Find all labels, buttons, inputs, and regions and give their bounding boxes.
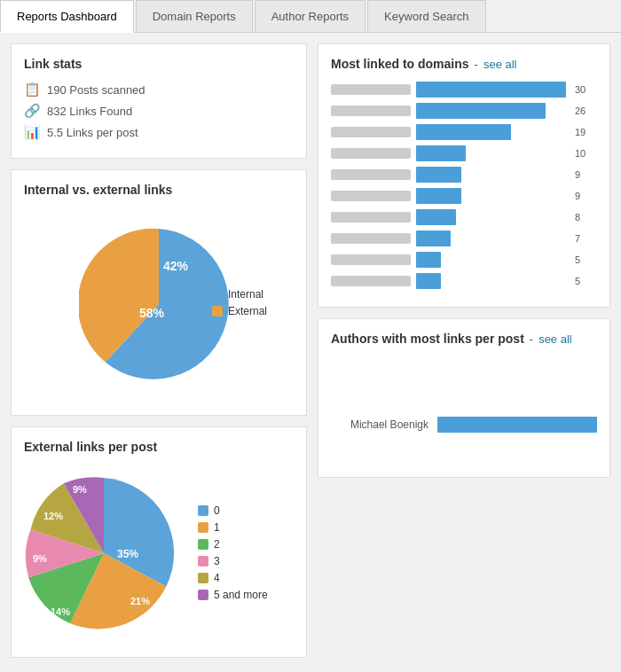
domains-see-all-link[interactable]: see all [483,58,517,71]
svg-text:42%: 42% [163,259,189,273]
links-found-value: 832 Links Found [47,105,132,118]
domain-bar-fill [416,167,461,183]
domain-bar-track [416,188,566,204]
internal-color-dot [212,289,223,300]
domain-bar-track [416,124,566,140]
domain-label-blur [331,276,411,286]
domain-bar-row: 5 [331,252,597,268]
domain-bar-value: 9 [575,169,597,180]
domain-label-blur [331,212,411,223]
color-2 [198,539,208,550]
domain-bar-track [416,209,566,225]
domain-bar-track [416,252,566,268]
posts-scanned-row: 📋 190 Posts scanned [24,82,294,98]
domain-bar-row: 5 [331,273,597,289]
color-5-and-more [198,590,208,600]
internal-external-title: Internal vs. external links [24,183,294,197]
domain-bar-track [416,103,566,119]
legend-0: 0 [198,504,268,517]
author-bar-fill [437,417,597,433]
domain-label-blur [331,191,411,201]
external-per-post-chart: 35% 21% 14% 9% 12% 9% [24,473,184,636]
tab-reports-dashboard[interactable]: Reports Dashboard [0,0,134,33]
domain-bar-track [416,167,566,183]
domain-bar-row: 26 [331,103,597,119]
domain-bar-row: 30 [331,82,597,98]
domain-bar-value: 26 [575,105,597,116]
link-stats-card: Link stats 📋 190 Posts scanned 🔗 832 Lin… [11,43,307,159]
domain-label-blur [331,84,411,95]
domain-bar-fill [416,103,546,119]
domain-label-blur [331,233,411,244]
link-icon: 🔗 [24,103,40,119]
author-bar-row: Michael Boenigk [331,417,597,433]
domain-bar-fill [416,145,466,161]
svg-text:9%: 9% [73,484,87,495]
external-per-post-legend: 0 1 2 3 4 [198,504,268,606]
domain-bar-row: 9 [331,188,597,204]
domain-bar-value: 9 [575,191,597,201]
legend-1: 1 [198,521,268,534]
authors-most-links-card: Authors with most links per post - see a… [318,318,610,478]
domain-label-blur [331,169,411,180]
bar-chart-icon: 📊 [24,124,40,140]
legend-internal-label: Internal [228,288,263,301]
tab-author-reports[interactable]: Author Reports [255,0,366,32]
document-icon: 📋 [24,82,40,98]
domain-bar-fill [416,124,511,140]
links-per-post-row: 📊 5.5 Links per post [24,124,294,140]
most-linked-domains-header: Most linked to domains - see all [331,57,597,71]
color-0 [198,505,208,516]
legend-external-label: External [228,305,267,317]
domain-bar-fill [416,231,451,246]
domain-bar-fill [416,188,461,204]
main-content: Link stats 📋 190 Posts scanned 🔗 832 Lin… [0,33,621,668]
domain-bar-value: 5 [575,276,597,286]
links-found-row: 🔗 832 Links Found [24,103,294,119]
tab-keyword-search[interactable]: Keyword Search [367,0,485,32]
authors-see-all-link[interactable]: see all [538,332,572,346]
domain-bars-container: 30 26 19 10 9 [331,82,597,289]
domain-bar-fill [416,209,456,225]
legend-external: External [212,305,267,317]
domain-bar-value: 30 [575,84,597,95]
legend-4: 4 [198,572,268,584]
domain-label-blur [331,254,411,265]
domain-bar-value: 10 [575,148,597,159]
authors-title: Authors with most links per post [331,332,524,346]
link-stats-title: Link stats [24,57,294,71]
domain-bar-track [416,145,566,161]
domain-bar-row: 10 [331,145,597,161]
color-3 [198,556,208,567]
authors-header: Authors with most links per post - see a… [331,332,597,346]
domain-bar-track [416,82,566,98]
domain-bar-fill [416,82,566,98]
author-name: Michael Boenigk [331,418,428,431]
domain-bar-row: 19 [331,124,597,140]
domain-bar-row: 7 [331,231,597,246]
svg-text:21%: 21% [130,596,150,606]
external-per-post-title: External links per post [24,440,294,454]
domain-bar-value: 7 [575,233,597,244]
domain-bar-track [416,231,566,246]
domain-bar-track [416,273,566,289]
nav-tabs: Reports Dashboard Domain Reports Author … [0,0,621,33]
left-column: Link stats 📋 190 Posts scanned 🔗 832 Lin… [11,43,307,658]
legend-2: 2 [198,538,268,551]
tab-domain-reports[interactable]: Domain Reports [136,0,253,32]
internal-external-card: Internal vs. external links 58% 42% [11,169,307,416]
color-4 [198,573,208,583]
legend-internal: Internal [212,288,267,301]
author-bars-container: Michael Boenigk [331,417,597,433]
links-per-post-value: 5.5 Links per post [47,126,138,139]
right-column: Most linked to domains - see all 30 26 1… [318,43,610,658]
legend-5-and-more: 5 and more [198,589,268,601]
most-linked-domains-title: Most linked to domains [331,57,469,71]
internal-external-legend: Internal External [212,288,267,322]
domain-label-blur [331,127,411,137]
legend-3: 3 [198,555,268,567]
domain-label-blur [331,148,411,159]
domain-bar-fill [416,273,441,289]
domain-bar-row: 8 [331,209,597,225]
svg-text:9%: 9% [33,553,47,564]
